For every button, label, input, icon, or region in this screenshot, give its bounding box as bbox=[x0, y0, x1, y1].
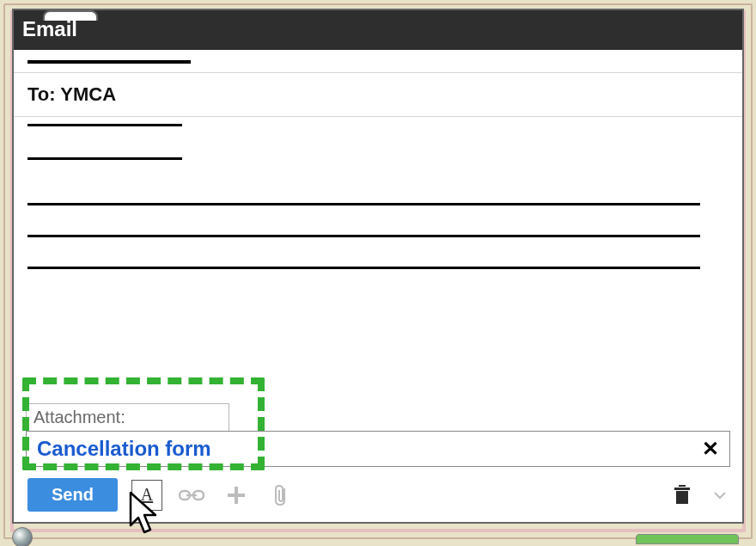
attachment-file-name: Cancellation form bbox=[37, 437, 211, 461]
attachment-chip[interactable]: Cancellation form ✕ bbox=[26, 431, 730, 467]
insert-link-button[interactable] bbox=[176, 480, 207, 511]
redacted-line bbox=[27, 124, 182, 126]
svg-rect-6 bbox=[674, 488, 690, 490]
start-orb-icon[interactable] bbox=[12, 527, 33, 546]
attachment-label: Attachment: bbox=[26, 403, 229, 431]
link-icon bbox=[179, 488, 204, 502]
email-compose-window: Email To: YMCA Attachment: Cancel bbox=[12, 9, 744, 524]
delete-draft-button[interactable] bbox=[667, 480, 698, 511]
redacted-from-line bbox=[27, 60, 191, 64]
to-label: To: bbox=[27, 83, 56, 105]
attach-file-button[interactable] bbox=[265, 480, 296, 511]
window-title: Email bbox=[22, 17, 77, 40]
attachment-block: Attachment: Cancellation form ✕ bbox=[26, 403, 730, 467]
trash-icon bbox=[674, 485, 691, 506]
send-button[interactable]: Send bbox=[27, 478, 118, 512]
redacted-line bbox=[27, 267, 700, 269]
window-titlebar: Email bbox=[14, 10, 742, 50]
to-field[interactable]: To: YMCA bbox=[14, 73, 742, 117]
redacted-line bbox=[27, 235, 700, 237]
browser-tab[interactable] bbox=[43, 10, 98, 21]
taskbar-item[interactable] bbox=[636, 534, 739, 544]
more-options-button[interactable] bbox=[711, 480, 729, 511]
svg-rect-7 bbox=[679, 485, 686, 487]
redacted-line bbox=[27, 157, 182, 160]
to-value: YMCA bbox=[60, 83, 116, 105]
redacted-line bbox=[27, 203, 700, 206]
from-section bbox=[14, 50, 742, 73]
cursor-pointer-icon bbox=[127, 491, 163, 537]
paperclip-icon bbox=[273, 483, 289, 507]
chevron-down-icon bbox=[714, 491, 726, 500]
add-button[interactable] bbox=[221, 480, 252, 511]
svg-rect-5 bbox=[676, 491, 688, 504]
plus-icon bbox=[225, 484, 247, 506]
remove-attachment-icon[interactable]: ✕ bbox=[702, 437, 719, 461]
